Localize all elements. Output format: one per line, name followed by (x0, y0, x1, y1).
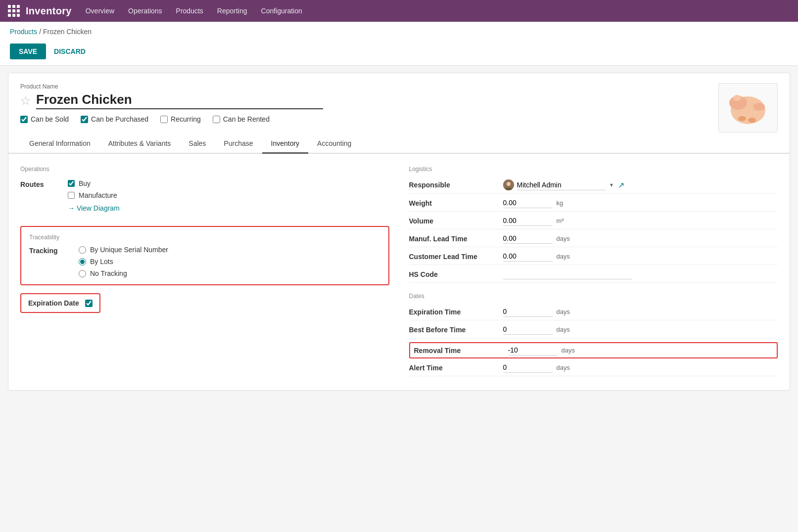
manuf-lead-input[interactable] (503, 233, 553, 244)
product-header-left: Product Name ☆ Can be Sold Can be Purcha… (20, 83, 718, 130)
breadcrumb: Products / Frozen Chicken (0, 22, 798, 39)
product-header: Product Name ☆ Can be Sold Can be Purcha… (8, 73, 790, 133)
nav-operations[interactable]: Operations (128, 7, 162, 15)
tracking-lots-radio[interactable] (79, 258, 86, 266)
route-buy[interactable]: Buy (68, 179, 120, 187)
route-manufacture[interactable]: Manufacture (68, 191, 120, 199)
right-column: Logistics Responsible ▾ ↗ (409, 166, 778, 380)
tracking-serial[interactable]: By Unique Serial Number (79, 246, 168, 254)
tracking-label: Tracking (29, 247, 69, 255)
removal-time-input[interactable] (508, 345, 558, 355)
alert-time-input[interactable] (503, 362, 553, 373)
removal-time-row: Removal Time days (409, 342, 778, 358)
responsible-row: Responsible ▾ ↗ (409, 179, 778, 194)
svg-point-3 (738, 116, 746, 121)
route-manufacture-checkbox[interactable] (68, 192, 75, 199)
weight-label: Weight (409, 199, 503, 207)
svg-point-4 (748, 118, 756, 123)
can-be-sold-checkbox[interactable] (20, 116, 28, 123)
can-be-rented-checkbox[interactable] (213, 116, 220, 123)
inventory-tab-content: Operations Routes Buy Manufacture (8, 154, 790, 390)
nav-overview[interactable]: Overview (86, 7, 114, 15)
nav-configuration[interactable]: Configuration (261, 7, 302, 15)
tab-sales[interactable]: Sales (180, 134, 215, 154)
traceability-box: Traceability Tracking By Unique Serial N… (20, 226, 389, 285)
alert-time-unit: days (557, 364, 570, 371)
responsible-dropdown-icon[interactable]: ▾ (610, 181, 613, 188)
tab-purchase[interactable]: Purchase (215, 134, 262, 154)
tab-general-information[interactable]: General Information (20, 134, 99, 154)
customer-lead-input[interactable] (503, 251, 553, 262)
manuf-lead-unit: days (557, 235, 570, 242)
product-image (718, 83, 778, 133)
hs-code-row: HS Code (409, 269, 778, 283)
removal-time-unit: days (562, 347, 575, 354)
expiration-date-box: Expiration Date (20, 293, 100, 313)
nav-links: Overview Operations Products Reporting C… (86, 7, 302, 15)
checkboxes-row: Can be Sold Can be Purchased Recurring C… (20, 115, 718, 130)
tracking-row: Tracking By Unique Serial Number By Lots (29, 246, 380, 277)
svg-point-2 (753, 103, 765, 111)
svg-point-7 (507, 182, 511, 186)
top-navigation: Inventory Overview Operations Products R… (0, 0, 798, 22)
avatar (503, 179, 514, 190)
recurring-checkbox[interactable] (160, 116, 168, 123)
checkbox-can-be-sold[interactable]: Can be Sold (20, 115, 69, 123)
product-name-row: ☆ (20, 92, 718, 109)
nav-products[interactable]: Products (176, 7, 203, 15)
tracking-radio-group: By Unique Serial Number By Lots No Track… (79, 246, 168, 277)
logistics-section-label: Logistics (409, 166, 778, 173)
responsible-label: Responsible (409, 181, 503, 189)
tab-inventory[interactable]: Inventory (262, 134, 309, 154)
alert-time-row: Alert Time days (409, 362, 778, 376)
routes-field-row: Routes Buy Manufacture View Diagram (20, 179, 389, 212)
expiration-date-checkbox[interactable] (85, 300, 93, 307)
main-content: Product Name ☆ Can be Sold Can be Purcha… (8, 73, 790, 391)
svg-point-5 (733, 95, 741, 101)
expiration-time-row: Expiration Time days (409, 307, 778, 320)
breadcrumb-parent[interactable]: Products (10, 28, 37, 36)
best-before-label: Best Before Time (409, 326, 503, 334)
can-be-purchased-checkbox[interactable] (81, 116, 88, 123)
tracking-none[interactable]: No Tracking (79, 269, 168, 277)
view-diagram-link[interactable]: View Diagram (68, 204, 120, 212)
left-column: Operations Routes Buy Manufacture (20, 166, 389, 380)
volume-row: Volume m³ (409, 216, 778, 229)
tracking-none-radio[interactable] (79, 270, 86, 277)
tabs: General Information Attributes & Variant… (8, 134, 790, 154)
favorite-star-icon[interactable]: ☆ (20, 94, 31, 108)
product-name-input[interactable] (36, 92, 323, 109)
weight-unit: kg (557, 199, 563, 207)
breadcrumb-separator: / (39, 28, 43, 36)
tab-attributes-variants[interactable]: Attributes & Variants (99, 134, 180, 154)
route-buy-checkbox[interactable] (68, 180, 75, 187)
best-before-unit: days (557, 326, 570, 333)
checkbox-can-be-rented[interactable]: Can be Rented (213, 115, 270, 123)
tab-accounting[interactable]: Accounting (308, 134, 360, 154)
expiration-time-input[interactable] (503, 307, 553, 317)
responsible-external-link-icon[interactable]: ↗ (618, 180, 624, 190)
tracking-serial-radio[interactable] (79, 246, 86, 254)
app-grid-icon[interactable] (8, 5, 20, 17)
responsible-input[interactable] (517, 180, 606, 190)
hs-code-input[interactable] (503, 269, 632, 279)
toolbar: SAVE DISCARD (0, 39, 798, 66)
best-before-input[interactable] (503, 324, 553, 335)
routes-options: Buy Manufacture View Diagram (68, 179, 120, 212)
tracking-lots[interactable]: By Lots (79, 258, 168, 266)
weight-input[interactable] (503, 198, 553, 208)
volume-input[interactable] (503, 216, 553, 226)
customer-lead-label: Customer Lead Time (409, 253, 503, 261)
product-name-label: Product Name (20, 83, 718, 90)
discard-button[interactable]: DISCARD (54, 47, 86, 55)
save-button[interactable]: SAVE (10, 44, 46, 59)
responsible-value-row: ▾ ↗ (503, 179, 624, 190)
nav-reporting[interactable]: Reporting (217, 7, 247, 15)
breadcrumb-current: Frozen Chicken (43, 28, 92, 36)
routes-label: Routes (20, 180, 60, 188)
expiration-time-unit: days (557, 308, 570, 315)
checkbox-can-be-purchased[interactable]: Can be Purchased (81, 115, 148, 123)
checkbox-recurring[interactable]: Recurring (160, 115, 201, 123)
operations-section-label: Operations (20, 166, 389, 173)
best-before-row: Best Before Time days (409, 324, 778, 338)
